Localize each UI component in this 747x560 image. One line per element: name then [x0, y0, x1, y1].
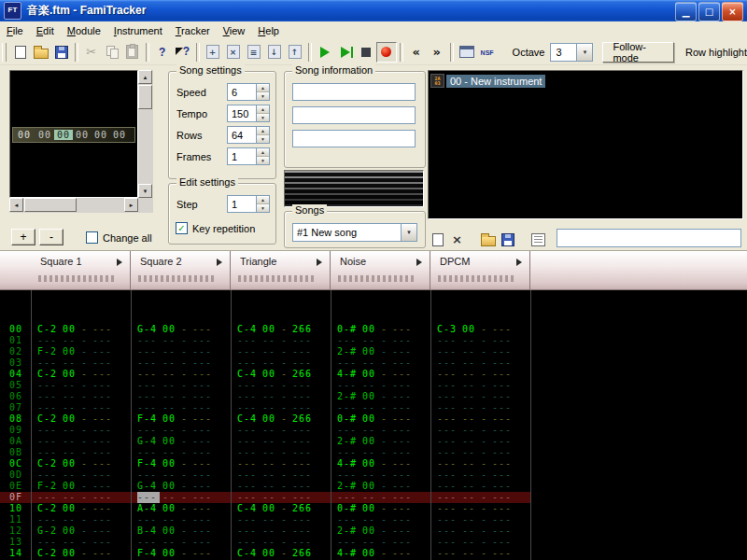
remove-instrument-button[interactable] — [447, 230, 467, 249]
minimize-button[interactable]: ▁ — [675, 2, 697, 21]
song-info-field-3[interactable] — [292, 130, 416, 147]
pattern-row[interactable]: 14C-200----F-400----C-400-2664-#00------… — [0, 548, 531, 559]
pattern-cell[interactable]: --------- — [232, 525, 331, 537]
play-button[interactable] — [315, 42, 335, 63]
pattern-cell[interactable]: F-200---- — [32, 481, 132, 492]
pattern-cell[interactable]: --------- — [431, 537, 531, 548]
close-button[interactable]: × — [722, 2, 743, 21]
pattern-cell[interactable]: C-300---- — [431, 324, 531, 335]
save-instrument-button[interactable] — [498, 230, 517, 249]
copy-button[interactable] — [102, 42, 122, 63]
song-info-field-2[interactable] — [292, 106, 416, 124]
pattern-cell[interactable]: --------- — [232, 492, 331, 503]
pattern-cell[interactable]: --------- — [431, 492, 531, 503]
pattern-cell[interactable]: --------- — [132, 335, 232, 346]
pattern-cell[interactable]: --------- — [132, 369, 232, 380]
scroll-left-button[interactable]: ◄ — [9, 198, 23, 212]
pattern-cell[interactable]: --------- — [431, 413, 531, 425]
pattern-cell[interactable]: --------- — [331, 335, 431, 346]
pattern-cell[interactable]: --------- — [431, 391, 531, 402]
tempo-up-button[interactable]: ▲ — [257, 105, 269, 114]
pattern-cell[interactable]: 4-#00---- — [331, 458, 431, 469]
frames-down-button[interactable]: ▼ — [257, 157, 269, 164]
pattern-cell[interactable]: C-200---- — [32, 369, 132, 380]
frame-pattern-cell[interactable]: 00 — [54, 130, 73, 140]
open-file-button[interactable] — [31, 42, 51, 63]
pattern-row[interactable]: 0F--------------------------------------… — [0, 492, 531, 503]
pattern-cell[interactable]: --------- — [331, 357, 431, 369]
pattern-row[interactable]: 02F-200----------------------2-#00------… — [0, 346, 531, 357]
pattern-cell[interactable]: C-400-266 — [232, 413, 331, 425]
pattern-cell[interactable]: 2-#00---- — [331, 436, 431, 447]
pattern-cell[interactable]: --------- — [232, 380, 331, 391]
pattern-cell[interactable]: 2-#00---- — [331, 346, 431, 357]
song-dropdown-arrow-icon[interactable]: ▼ — [401, 224, 416, 241]
pattern-cell[interactable]: --------- — [331, 380, 431, 391]
paste-button[interactable] — [122, 42, 143, 63]
menu-module[interactable]: Module — [61, 23, 107, 38]
pattern-cell[interactable]: --------- — [431, 346, 531, 357]
channel-header-square-2[interactable]: Square 2 — [131, 251, 231, 290]
pattern-cell[interactable]: --------- — [132, 492, 232, 503]
pattern-cell[interactable]: 2-#00---- — [331, 481, 431, 492]
scroll-up-button[interactable]: ▲ — [138, 70, 152, 84]
save-file-button[interactable] — [51, 42, 72, 63]
pattern-cell[interactable]: --------- — [32, 492, 132, 503]
pattern-cell[interactable]: --------- — [32, 447, 132, 458]
pattern-cell[interactable]: --------- — [431, 402, 531, 413]
pattern-row[interactable]: 0CC-200----F-400-------------4-#00------… — [0, 458, 531, 469]
pattern-cell[interactable]: --------- — [132, 402, 232, 413]
pattern-cell[interactable]: --------- — [331, 447, 431, 458]
menu-edit[interactable]: Edit — [30, 23, 61, 38]
pattern-cell[interactable]: --------- — [232, 447, 331, 458]
menu-file[interactable]: File — [0, 23, 30, 38]
frame-pattern-cell[interactable]: 00 — [92, 130, 110, 140]
pattern-cell[interactable]: C-200---- — [32, 458, 132, 469]
pattern-cell[interactable]: --------- — [431, 469, 531, 481]
pattern-cell[interactable]: --------- — [331, 425, 431, 436]
frame-add-button[interactable]: + — [11, 229, 35, 245]
pattern-cell[interactable]: --------- — [32, 436, 132, 447]
pattern-cell[interactable]: --------- — [32, 357, 132, 369]
pattern-cell[interactable]: --------- — [331, 469, 431, 481]
pattern-cell[interactable]: --------- — [32, 335, 132, 346]
vertical-scrollbar-thumb[interactable] — [138, 85, 152, 109]
pattern-cell[interactable]: --------- — [32, 537, 132, 548]
pattern-cell[interactable]: --------- — [431, 380, 531, 391]
pattern-cell[interactable]: G-400---- — [132, 436, 232, 447]
pattern-cell[interactable]: --------- — [431, 369, 531, 380]
octave-select[interactable]: 3 ▼ — [550, 43, 593, 62]
pattern-cell[interactable]: --------- — [232, 469, 331, 481]
pattern-row[interactable]: 0A---------G-400-------------2-#00------… — [0, 436, 531, 447]
pattern-cell[interactable]: --------- — [331, 492, 431, 503]
channel-header-noise[interactable]: Noise — [331, 251, 430, 290]
pattern-cell[interactable]: --------- — [32, 469, 132, 481]
pattern-cell[interactable]: 2-#00---- — [331, 525, 431, 537]
change-all-checkbox[interactable] — [86, 231, 98, 244]
pattern-cell[interactable]: --------- — [232, 425, 331, 436]
frame-horizontal-scrollbar[interactable]: ◄ ► — [9, 198, 138, 213]
pattern-cell[interactable]: 0-#00---- — [331, 324, 431, 335]
pattern-row[interactable]: 0D--------------------------------------… — [0, 469, 531, 481]
pattern-cell[interactable]: --------- — [431, 481, 531, 492]
pattern-cell[interactable]: --------- — [431, 425, 531, 436]
new-file-button[interactable] — [10, 42, 31, 63]
edit-mode-button[interactable] — [376, 42, 397, 63]
pattern-cell[interactable]: --------- — [132, 469, 232, 481]
channel-header-dpcm[interactable]: DPCM — [430, 251, 530, 290]
scroll-down-button[interactable]: ▼ — [138, 184, 152, 198]
move-frame-down-button[interactable] — [264, 42, 285, 63]
pattern-cell[interactable]: C-400-266 — [232, 369, 331, 380]
pattern-cell[interactable]: --------- — [132, 514, 232, 525]
rows-up-button[interactable]: ▲ — [257, 127, 269, 135]
frame-pattern-cell[interactable]: 00 — [73, 130, 92, 140]
pattern-cell[interactable]: --------- — [232, 514, 331, 525]
pattern-cell[interactable]: C-400-266 — [232, 548, 331, 559]
clone-frame-button[interactable] — [244, 42, 264, 63]
pattern-cell[interactable]: G-400---- — [132, 324, 232, 335]
maximize-button[interactable]: □ — [698, 2, 720, 21]
pattern-row[interactable]: 01--------------------------------------… — [0, 335, 531, 346]
remove-frame-button[interactable] — [223, 42, 244, 63]
frame-row[interactable]: 000000000000 — [12, 127, 135, 143]
menu-help[interactable]: Help — [251, 23, 286, 38]
